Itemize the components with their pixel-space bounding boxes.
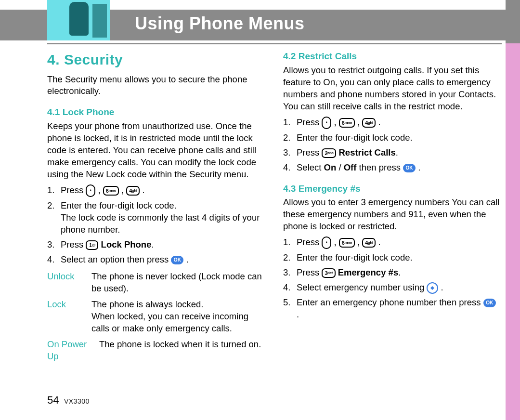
- comma: ,: [355, 117, 362, 127]
- period: .: [183, 254, 188, 264]
- header-rule: [47, 43, 502, 44]
- period: .: [297, 309, 299, 319]
- step-text: Select an option then press: [61, 254, 171, 264]
- step-text: Enter the four-digit lock code.: [297, 132, 413, 143]
- restrict-calls-bold: Restrict Calls: [339, 147, 396, 158]
- lock-phone-bold: Lock Phone: [101, 239, 152, 249]
- def-term: On Power Up: [47, 339, 99, 363]
- def-unlock: Unlock The phone is never locked (Lock m…: [47, 271, 264, 295]
- section-intro: The Security menu allows you to secure t…: [47, 74, 264, 98]
- model-name: VX3300: [64, 397, 90, 405]
- period: .: [140, 185, 144, 195]
- step-text: Enter the four-digit lock code.: [61, 200, 177, 210]
- step-1: 1. Press , 6mno , 4ghi .: [283, 117, 500, 129]
- def-onpowerup: On Power Up The phone is locked when it …: [47, 339, 264, 363]
- def-lock: Lock The phone is always locked. When lo…: [47, 299, 264, 335]
- key-4ghi-icon: 4ghi: [362, 238, 376, 248]
- step-2: 2. Enter the four-digit lock code. The l…: [47, 200, 264, 236]
- def-desc-1: The phone is always locked.: [91, 299, 203, 309]
- step-4: 4. Select On / Off then press OK .: [283, 162, 500, 174]
- key-4ghi-icon: 4ghi: [126, 186, 140, 196]
- content: 4. Security The Security menu allows you…: [47, 50, 500, 367]
- step-4: 4. Select an option then press OK .: [47, 254, 264, 266]
- step-text: Press: [297, 117, 322, 127]
- nav-key-icon: [86, 184, 95, 197]
- sub-heading-emergency: 4.3 Emergency #s: [283, 183, 500, 195]
- step-text: Enter the four-digit lock code.: [297, 252, 413, 262]
- period: .: [416, 162, 420, 172]
- off-bold: Off: [344, 162, 357, 172]
- period: .: [151, 239, 154, 249]
- restrict-calls-steps: 1. Press , 6mno , 4ghi . 2. Enter the fo…: [283, 117, 500, 174]
- right-column: 4.2 Restrict Calls Allows you to restric…: [283, 50, 500, 367]
- def-term: Unlock: [47, 271, 91, 295]
- nav-key-icon: [322, 117, 331, 129]
- step-2: 2. Enter the four-digit lock code.: [283, 132, 500, 144]
- step-3: 3. Press 3def Emergency #s.: [283, 267, 500, 279]
- comma: ,: [331, 237, 338, 247]
- step-1: 1. Press , 6mno , 4ghi .: [47, 184, 264, 197]
- ok-key-icon: OK: [171, 256, 183, 264]
- nav-key-icon: [322, 236, 331, 249]
- key-3def-icon: 3def: [322, 268, 335, 278]
- lock-phone-body: Keeps your phone from unauthorized use. …: [47, 120, 264, 181]
- restrict-calls-body: Allows you to restrict outgoing calls. I…: [283, 65, 500, 113]
- emergency-steps: 1. Press , 6mno , 4ghi . 2. Enter the fo…: [283, 236, 500, 321]
- emergency-body: Allows you to enter 3 emergency numbers …: [283, 197, 500, 233]
- lock-phone-steps: 1. Press , 6mno , 4ghi . 2. Enter the fo…: [47, 184, 264, 266]
- on-bold: On: [324, 162, 337, 172]
- step-text: Select emergency number using: [297, 282, 427, 292]
- step-text: Select: [297, 162, 324, 172]
- def-desc: The phone is never locked (Lock mode can…: [91, 271, 264, 295]
- comma: ,: [119, 185, 126, 195]
- section-title: Security: [64, 52, 123, 67]
- slash: /: [336, 162, 343, 172]
- step-4: 4. Select emergency number using .: [283, 282, 500, 294]
- header-photo: [47, 0, 110, 40]
- step-text: Press: [297, 267, 322, 277]
- page-footer: 54 VX3300: [47, 394, 90, 407]
- def-desc: The phone is locked when it is turned on…: [99, 339, 264, 363]
- key-1-icon: 1@: [86, 240, 98, 250]
- key-6mno-icon: 6mno: [339, 238, 355, 248]
- step-5: 5. Enter an emergency phone number then …: [283, 297, 500, 321]
- step-text: Press: [61, 185, 86, 195]
- period: .: [438, 282, 443, 292]
- def-desc: The phone is always locked. When locked,…: [91, 299, 264, 335]
- step-text: Enter an emergency phone number then pre…: [297, 297, 483, 307]
- key-2abc-icon: 2abc: [322, 148, 336, 158]
- side-strip: [506, 0, 520, 420]
- step-text: Press: [297, 147, 322, 158]
- then-press: then press: [356, 162, 403, 172]
- period: .: [376, 237, 380, 247]
- step-3: 3. Press 1@ Lock Phone.: [47, 239, 264, 251]
- lock-phone-defs: Unlock The phone is never locked (Lock m…: [47, 271, 264, 363]
- nav-circle-icon: [427, 282, 438, 294]
- step-text: Press: [297, 237, 322, 247]
- comma: ,: [95, 185, 103, 195]
- period: .: [376, 117, 380, 127]
- step-text: Press: [61, 239, 86, 249]
- def-term: Lock: [47, 299, 91, 335]
- period: .: [398, 267, 401, 277]
- page-title: Using Phone Menus: [135, 13, 305, 34]
- emergency-bold: Emergency #s: [338, 267, 398, 277]
- step-3: 3. Press 2abc Restrict Calls.: [283, 147, 500, 159]
- comma: ,: [331, 117, 338, 127]
- key-6mno-icon: 6mno: [103, 186, 119, 196]
- step-2-cont: The lock code is commonly the last 4 dig…: [61, 212, 264, 236]
- left-column: 4. Security The Security menu allows you…: [47, 50, 264, 367]
- key-6mno-icon: 6mno: [339, 118, 355, 128]
- comma: ,: [355, 237, 362, 247]
- step-1: 1. Press , 6mno , 4ghi .: [283, 236, 500, 249]
- sub-heading-lock-phone: 4.1 Lock Phone: [47, 106, 264, 118]
- period: .: [396, 147, 398, 158]
- section-number: 4.: [47, 52, 60, 67]
- ok-key-icon: OK: [403, 164, 416, 172]
- step-2: 2. Enter the four-digit lock code.: [283, 252, 500, 264]
- section-heading: 4. Security: [47, 50, 264, 70]
- sub-heading-restrict-calls: 4.2 Restrict Calls: [283, 50, 500, 63]
- def-desc-2: When locked, you can receive incoming ca…: [91, 311, 248, 333]
- page-number: 54: [47, 394, 59, 406]
- key-4ghi-icon: 4ghi: [362, 118, 376, 128]
